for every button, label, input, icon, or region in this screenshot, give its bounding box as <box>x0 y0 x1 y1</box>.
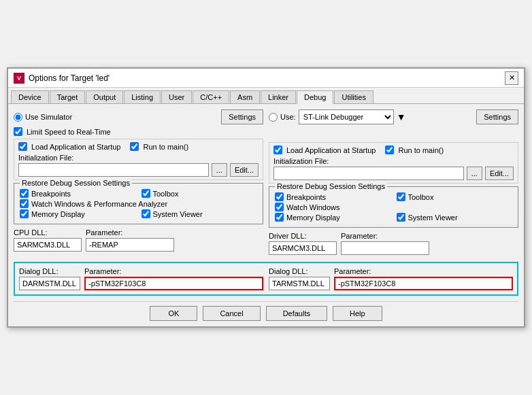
left-dialog-dll-field: Dialog DLL: <box>19 267 80 290</box>
left-restore-grid: Breakpoints Toolbox <box>20 189 257 198</box>
left-cpu-dll-label: CPU DLL: <box>14 228 82 237</box>
right-system-label: System Viewer <box>408 213 458 222</box>
right-toolbox-checkbox[interactable] <box>397 192 405 201</box>
right-load-checkbox[interactable] <box>273 145 282 154</box>
right-watch-row: Watch Windows <box>275 203 512 211</box>
right-driver-dll-input[interactable] <box>269 241 337 255</box>
main-columns: Use Simulator Settings Limit Speed to Re… <box>14 109 518 258</box>
right-init-edit-button[interactable]: Edit... <box>485 167 514 180</box>
left-run-main-label: Run to main() <box>143 143 188 151</box>
tab-target[interactable]: Target <box>50 90 86 103</box>
right-load-label: Load Application at Startup <box>286 146 376 154</box>
debugger-dropdown-icon[interactable]: ▼ <box>397 111 406 122</box>
simulator-settings-button[interactable]: Settings <box>221 109 263 124</box>
debugger-select[interactable]: ST-Link Debugger <box>299 109 394 124</box>
ok-button[interactable]: OK <box>150 306 197 321</box>
left-system-row: System Viewer <box>142 209 258 218</box>
left-dialog-dll-label: Dialog DLL: <box>19 267 80 275</box>
left-restore-group: Restore Debug Session Settings Breakpoin… <box>14 183 263 224</box>
left-dialog-param-input[interactable] <box>84 277 263 290</box>
bottom-columns: Dialog DLL: Parameter: Dialog DLL: <box>19 267 513 290</box>
right-breakpoints-label: Breakpoints <box>286 193 326 201</box>
tab-user[interactable]: User <box>161 90 192 103</box>
left-cpu-dll-input[interactable] <box>14 238 82 252</box>
tab-cpp[interactable]: C/C++ <box>193 90 229 103</box>
close-button[interactable]: ✕ <box>505 71 518 85</box>
right-driver-dll-row: Driver DLL: Parameter: <box>269 232 518 255</box>
right-driver-param-label: Parameter: <box>341 232 429 240</box>
left-dialog-dll-input[interactable] <box>19 277 80 290</box>
right-driver-dll-label: Driver DLL: <box>269 232 337 240</box>
left-dialog-param-field: Parameter: <box>84 267 263 290</box>
tab-debug[interactable]: Debug <box>297 90 333 104</box>
right-system-row: System Viewer <box>397 213 513 222</box>
right-system-checkbox[interactable] <box>397 213 405 222</box>
bottom-dialog-section: Dialog DLL: Parameter: Dialog DLL: <box>14 262 518 296</box>
right-run-main-label: Run to main() <box>398 146 444 154</box>
right-init-browse-button[interactable]: ... <box>467 167 482 180</box>
right-memory-row: Memory Display <box>275 213 391 222</box>
left-load-checkbox[interactable] <box>18 142 27 151</box>
left-init-edit-button[interactable]: Edit... <box>230 163 259 177</box>
use-radio[interactable] <box>269 113 278 122</box>
left-dialog-row: Dialog DLL: Parameter: <box>19 267 263 290</box>
right-restore-group: Restore Debug Session Settings Breakpoin… <box>269 186 518 228</box>
left-memory-system-grid: Memory Display System Viewer <box>20 209 257 218</box>
right-toolbox-label: Toolbox <box>408 193 434 201</box>
right-restore-label: Restore Debug Session Settings <box>275 182 387 190</box>
left-run-main-checkbox[interactable] <box>130 142 139 151</box>
right-breakpoints-checkbox[interactable] <box>275 192 284 201</box>
right-settings-button[interactable]: Settings <box>476 109 518 124</box>
right-dialog-col: Dialog DLL: Parameter: <box>269 267 513 290</box>
left-load-row: Load Application at Startup Run to main(… <box>18 142 259 151</box>
left-system-checkbox[interactable] <box>142 209 150 218</box>
content-area: Use Simulator Settings Limit Speed to Re… <box>8 104 524 326</box>
right-dialog-dll-input[interactable] <box>269 277 330 290</box>
limit-speed-checkbox[interactable] <box>14 127 22 136</box>
help-button[interactable]: Help <box>333 306 382 321</box>
left-memory-checkbox[interactable] <box>20 209 29 218</box>
left-init-input[interactable] <box>18 163 209 177</box>
right-dialog-dll-label: Dialog DLL: <box>269 267 330 275</box>
right-dialog-param-label: Parameter: <box>334 267 513 275</box>
simulator-radio[interactable] <box>14 113 22 122</box>
left-memory-label: Memory Display <box>31 210 85 218</box>
left-toolbox-label: Toolbox <box>153 190 179 198</box>
right-init-input[interactable] <box>273 167 464 180</box>
left-init-file-label: Initialization File: <box>18 154 259 162</box>
tab-device[interactable]: Device <box>11 90 49 103</box>
tab-output[interactable]: Output <box>86 90 123 103</box>
right-breakpoints-row: Breakpoints <box>275 192 391 201</box>
right-memory-label: Memory Display <box>286 213 340 222</box>
cancel-button[interactable]: Cancel <box>203 306 260 321</box>
left-watch-label: Watch Windows & Performance Analyzer <box>31 200 167 208</box>
tab-utilities[interactable]: Utilities <box>334 90 373 103</box>
app-icon: V <box>14 73 24 84</box>
left-toolbox-checkbox[interactable] <box>142 189 150 198</box>
tab-listing[interactable]: Listing <box>124 90 161 103</box>
left-cpu-param-input[interactable] <box>86 238 174 252</box>
left-init-browse-button[interactable]: ... <box>212 163 227 177</box>
main-window: V Options for Target 'led' ✕ Device Targ… <box>7 67 525 328</box>
left-init-row: ... Edit... <box>18 163 259 177</box>
right-init-row: ... Edit... <box>273 167 514 180</box>
right-driver-param-field: Parameter: <box>341 232 429 255</box>
right-memory-checkbox[interactable] <box>275 213 284 222</box>
left-breakpoints-checkbox[interactable] <box>20 189 29 198</box>
right-run-main-checkbox[interactable] <box>385 145 394 154</box>
right-column: Use: ST-Link Debugger ▼ Settings Load Ap… <box>269 109 518 258</box>
left-memory-row: Memory Display <box>20 209 136 218</box>
use-left: Use: ST-Link Debugger ▼ <box>269 109 405 124</box>
right-load-section: Load Application at Startup Run to main(… <box>269 142 518 184</box>
defaults-button[interactable]: Defaults <box>266 306 327 321</box>
left-watch-checkbox[interactable] <box>20 199 29 208</box>
simulator-left: Use Simulator <box>14 113 72 122</box>
right-driver-param-input[interactable] <box>341 241 429 255</box>
right-toolbox-row: Toolbox <box>397 192 513 201</box>
tab-linker[interactable]: Linker <box>261 90 296 103</box>
right-init-file-label: Initialization File: <box>273 157 514 165</box>
tab-asm[interactable]: Asm <box>230 90 260 103</box>
tabs-bar: Device Target Output Listing User C/C++ … <box>8 88 524 104</box>
right-dialog-param-input[interactable] <box>334 277 513 290</box>
right-watch-checkbox[interactable] <box>275 203 284 211</box>
